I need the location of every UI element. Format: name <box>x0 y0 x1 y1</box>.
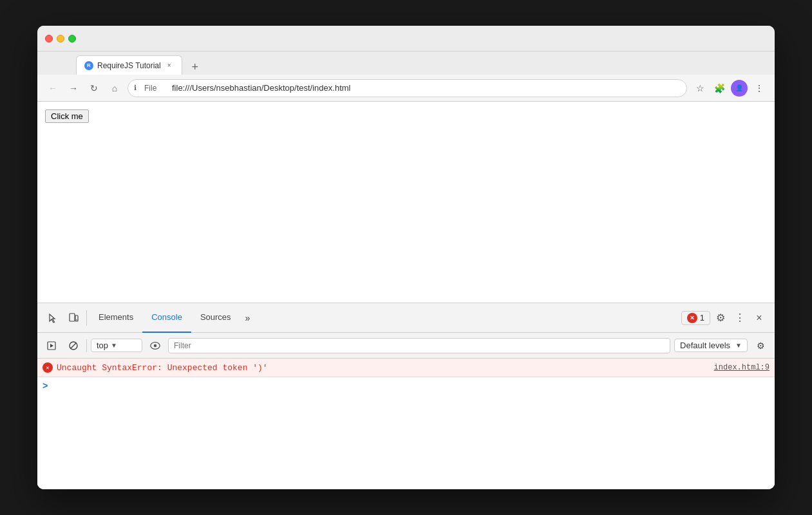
console-error-row: ✕ Uncaught SyntaxError: Unexpected token… <box>37 359 775 377</box>
console-prompt-arrow: > <box>42 381 48 391</box>
profile-button[interactable]: 👤 <box>731 80 748 97</box>
tab-elements[interactable]: Elements <box>90 303 142 333</box>
svg-marker-5 <box>50 344 53 348</box>
devtools-settings-button[interactable]: ⚙ <box>710 308 731 328</box>
inspect-element-button[interactable] <box>42 308 63 328</box>
title-bar <box>37 26 775 52</box>
traffic-lights <box>45 35 76 42</box>
console-output: ✕ Uncaught SyntaxError: Unexpected token… <box>37 359 775 489</box>
address-input-wrapper[interactable]: ℹ File file:///Users/nsebhastian/Desktop… <box>127 79 687 97</box>
error-message: Uncaught SyntaxError: Unexpected token '… <box>57 363 710 373</box>
tab-sources[interactable]: Sources <box>191 303 240 333</box>
address-bar: ← → ↻ ⌂ ℹ File file:///Users/nsebhastian… <box>37 75 775 102</box>
new-tab-button[interactable]: + <box>187 59 203 75</box>
devtools-panel: Elements Console Sources » ✕ 1 ⚙ <box>37 303 775 489</box>
svg-rect-2 <box>75 315 78 321</box>
error-count-badge[interactable]: ✕ 1 <box>681 311 710 325</box>
svg-rect-0 <box>70 314 75 321</box>
toolbar-right: ☆ 🧩 👤 ⋮ <box>692 80 767 97</box>
maximize-window-button[interactable] <box>68 35 76 42</box>
puzzle-icon: 🧩 <box>714 83 725 93</box>
error-circle-icon: ✕ <box>687 313 697 323</box>
console-toolbar: top ▼ Default levels ▼ ⚙ <box>37 333 775 359</box>
back-button[interactable]: ← <box>45 80 61 96</box>
console-settings-button[interactable]: ⚙ <box>751 337 770 355</box>
block-icon <box>68 341 79 351</box>
svg-rect-1 <box>70 315 74 320</box>
tab-title: RequireJS Tutorial <box>97 61 161 70</box>
more-tabs-button[interactable]: » <box>240 303 256 333</box>
page-content: Click me <box>37 102 775 303</box>
home-button[interactable]: ⌂ <box>107 80 122 96</box>
tab-requirejs[interactable]: R RequireJS Tutorial × <box>76 55 182 75</box>
console-expand-button[interactable] <box>42 337 61 355</box>
reload-button[interactable]: ↻ <box>86 80 102 96</box>
tab-favicon: R <box>84 61 93 70</box>
svg-line-7 <box>71 342 77 348</box>
devtools-divider-1 <box>86 310 87 326</box>
forward-button[interactable]: → <box>66 80 81 96</box>
tab-close-button[interactable]: × <box>165 61 174 70</box>
device-mode-icon <box>68 312 79 324</box>
tab-bar: R RequireJS Tutorial × + <box>37 52 775 75</box>
console-eye-button[interactable] <box>146 337 164 355</box>
error-icon: ✕ <box>42 362 53 373</box>
console-context-select[interactable]: top ▼ <box>91 339 142 352</box>
expand-icon <box>46 341 57 351</box>
browser-window: R RequireJS Tutorial × + ← → ↻ ⌂ ℹ File <box>37 26 775 489</box>
console-clear-button[interactable] <box>64 337 82 355</box>
bookmark-button[interactable]: ☆ <box>692 80 708 96</box>
click-me-button[interactable]: Click me <box>45 109 89 123</box>
tab-console[interactable]: Console <box>142 303 191 333</box>
lock-icon: ℹ <box>134 84 137 92</box>
devtools-more-button[interactable]: ⋮ <box>731 308 749 328</box>
devtools-tabs: Elements Console Sources » ✕ 1 ⚙ <box>37 303 775 333</box>
svg-point-9 <box>154 344 157 347</box>
page-viewport: Click me <box>37 102 775 303</box>
devtools-close-button[interactable]: × <box>749 308 770 328</box>
extensions-button[interactable]: 🧩 <box>712 80 727 96</box>
console-levels-select[interactable]: Default levels ▼ <box>674 339 748 352</box>
error-file-link[interactable]: index.html:9 <box>714 363 770 372</box>
address-display[interactable]: file:///Users/nsebhastian/Desktop/test/i… <box>127 79 687 97</box>
menu-button[interactable]: ⋮ <box>751 80 767 96</box>
console-prompt-row: > <box>37 377 775 395</box>
console-filter-input[interactable] <box>168 338 670 353</box>
console-divider-1 <box>86 339 87 352</box>
device-mode-button[interactable] <box>63 308 84 328</box>
eye-icon <box>149 340 161 351</box>
close-window-button[interactable] <box>45 35 53 42</box>
minimize-window-button[interactable] <box>57 35 64 42</box>
cursor-icon <box>47 312 59 324</box>
